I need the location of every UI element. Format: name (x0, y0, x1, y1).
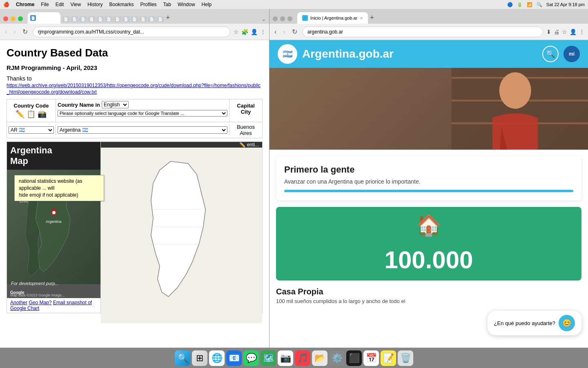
svg-point-15 (499, 72, 531, 109)
profile-icon[interactable]: 👤 (251, 29, 258, 35)
arg-big-number: 100.000 (385, 248, 473, 272)
menu-profiles[interactable]: Profiles (140, 2, 157, 7)
right-bookmark-icon[interactable]: ☆ (562, 29, 567, 35)
country-name-dropdown[interactable]: Argentina 🇦🇷 Australia (58, 126, 227, 134)
right-page-content: 🇦🇷 Argentina.gob.ar 🔍 mi (270, 40, 588, 348)
right-reload-button[interactable]: ↻ (290, 27, 299, 36)
dock-icon-calendar[interactable]: 📅 (363, 350, 379, 366)
dock-icon-settings[interactable]: ⚙️ (329, 350, 345, 366)
left-address-bar: ‹ › ↻ ☆ 🧩 👤 ⋮ (0, 24, 269, 40)
chat-bubble[interactable]: ¿En qué puedo ayudarte? 😊 (488, 311, 581, 335)
right-new-tab-button[interactable]: + (370, 13, 374, 24)
right-close-btn[interactable] (273, 16, 278, 21)
left-browser: 📄 📄 📄 📄 📄 📄 📄 📄 📄 📄 📄 📄 📄 + ⌄ (0, 9, 270, 348)
mac-menubar: 🍎 Chrome File Edit View History Bookmark… (0, 0, 588, 9)
dock-icon-maps[interactable]: 🗺️ (261, 350, 276, 366)
arg-promo-card: Primero la gente Avanzar con una Argenti… (276, 156, 581, 200)
tab-overflow-button[interactable]: ⌄ (262, 16, 266, 24)
active-tab-left[interactable]: 📄 (28, 12, 60, 24)
tooltip-line2: hide emoji if not applicable) (19, 192, 78, 198)
dock-icon-mail[interactable]: 📧 (226, 350, 242, 366)
menu-help[interactable]: Help (202, 2, 212, 7)
map-right-content (101, 148, 262, 323)
right-print-icon[interactable]: 🖨 (554, 29, 559, 35)
tooltip-box: national statistics website (as applicab… (14, 175, 104, 201)
menu-file[interactable]: File (41, 2, 49, 7)
back-button[interactable]: ‹ (3, 27, 9, 36)
menu-history[interactable]: History (87, 2, 102, 7)
address-input[interactable] (33, 27, 230, 37)
forward-button[interactable]: › (12, 27, 17, 36)
right-tab-label: Inicio | Argentina.gob.ar (310, 16, 357, 20)
thanks-link[interactable]: https://web.archive.org/web/201503190123… (7, 83, 261, 95)
country-code-dropdown[interactable]: AR 🇦🇷 AU US (9, 126, 54, 134)
country-name-cell: Argentina 🇦🇷 Australia (56, 125, 229, 135)
google-translate-select[interactable]: Please optionally select language code f… (58, 110, 227, 117)
dock-icon-messages[interactable]: 💬 (243, 350, 259, 366)
menu-icon[interactable]: ⋮ (260, 29, 266, 35)
reload-button[interactable]: ↻ (21, 27, 29, 36)
col-header-country-code: Country Code ✏️ 📋 📸 (7, 99, 56, 122)
menu-bookmarks[interactable]: Bookmarks (109, 2, 134, 7)
right-tab-bar: 🌐 Inicio | Argentina.gob.ar ✕ + (270, 9, 588, 24)
capital-city-value: Buenos Aires (229, 122, 262, 138)
new-tab-button[interactable]: + (166, 13, 170, 24)
thanks-label: Thanks to (7, 75, 263, 82)
dock-icon-chrome[interactable]: 🌐 (209, 350, 225, 366)
left-page-content: Country Based Data RJM Programming - Apr… (0, 40, 269, 348)
map-header-label: ✏️ enti... (239, 142, 259, 148)
bluetooth-icon: 🔵 (507, 2, 513, 7)
right-download-icon[interactable]: ⬇ (546, 29, 551, 35)
chat-avatar[interactable]: 😊 (559, 315, 575, 331)
right-forward-button[interactable]: › (281, 27, 287, 36)
arg-search-button[interactable]: 🔍 (542, 46, 559, 62)
dock-icon-filezilla[interactable]: 📂 (312, 350, 327, 366)
language-select[interactable]: English French Spanish (102, 101, 129, 108)
right-tab-close[interactable]: ✕ (360, 16, 363, 20)
arg-casa-subtitle: 100 mil sueños cumplidos a lo largo y an… (276, 298, 581, 304)
right-active-tab[interactable]: 🌐 Inicio | Argentina.gob.ar ✕ (297, 12, 368, 24)
dock-icon-trash[interactable]: 🗑️ (398, 350, 413, 366)
bookmark-icon[interactable]: ☆ (234, 29, 239, 35)
map-attribution: Map data ©2023 Google Image... (10, 293, 65, 297)
arg-logo: 🇦🇷 (278, 44, 297, 64)
right-maximize-btn[interactable] (287, 16, 292, 21)
tooltip-line1: national statistics website (as applicab… (19, 178, 82, 191)
battery-icon: 🔋 (517, 2, 523, 7)
apple-icon[interactable]: 🍎 (3, 2, 9, 7)
extension-icon[interactable]: 🧩 (241, 29, 248, 35)
arg-casa-title: Casa Propia (276, 287, 581, 296)
dock-icon-photos[interactable]: 📷 (278, 350, 293, 366)
svg-text:Argentina: Argentina (46, 220, 62, 224)
right-profile-icon[interactable]: 👤 (570, 29, 577, 35)
search-icon[interactable]: 🔍 (537, 2, 542, 7)
map-left-panel: ArgentinaMap (7, 142, 101, 313)
minimize-window-btn[interactable] (11, 16, 16, 21)
dock-icon-terminal[interactable]: ⬛ (346, 350, 362, 366)
geo-map-link[interactable]: Geo Map? (29, 300, 51, 305)
dock-icon-finder[interactable]: 🔍 (175, 350, 190, 366)
menu-view[interactable]: View (70, 2, 81, 7)
arg-mi-button[interactable]: mi (564, 46, 580, 62)
right-address-input[interactable] (302, 27, 543, 37)
menubar-right: 🔵 🔋 📶 🔍 Sat 22 Apr 9:18 pm (507, 2, 585, 7)
menu-chrome[interactable]: Chrome (16, 2, 34, 7)
dock-icon-notes[interactable]: 📝 (381, 350, 396, 366)
right-address-bar: ‹ › ↻ ⬇ 🖨 ☆ 👤 ⋮ (270, 24, 588, 40)
right-menu-icon[interactable]: ⋮ (579, 29, 585, 35)
another-link[interactable]: Another (10, 300, 27, 305)
menu-tab[interactable]: Tab (163, 2, 171, 7)
datetime: Sat 22 Apr 9:18 pm (546, 2, 585, 7)
arg-promo-title: Primero la gente (284, 164, 573, 175)
col-header-country-name: Country Name in English French Spanish P… (56, 99, 229, 122)
dock-icon-launchpad[interactable]: ⊞ (192, 350, 207, 366)
table-header: Country Code ✏️ 📋 📸 Country Name in Engl… (7, 99, 262, 122)
menu-edit[interactable]: Edit (56, 2, 64, 7)
arg-header-title: Argentina.gob.ar (302, 47, 537, 61)
dock-icon-music[interactable]: 🎵 (295, 350, 310, 366)
maximize-window-btn[interactable] (18, 16, 23, 21)
close-window-btn[interactable] (3, 16, 8, 21)
right-minimize-btn[interactable] (280, 16, 285, 21)
menu-window[interactable]: Window (178, 2, 195, 7)
right-back-button[interactable]: ‹ (273, 27, 278, 36)
